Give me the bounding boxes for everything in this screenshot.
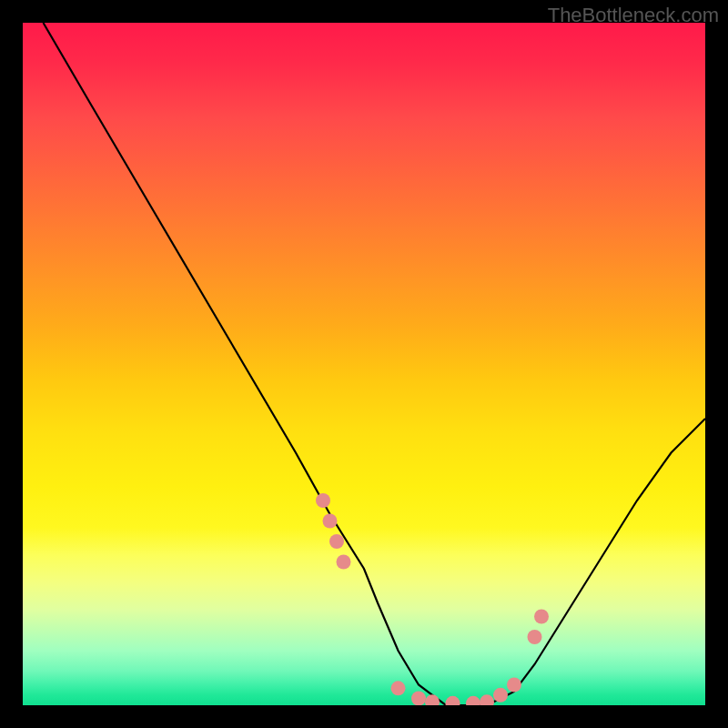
data-dot bbox=[329, 534, 344, 549]
data-dot bbox=[480, 694, 494, 705]
data-dot bbox=[316, 493, 330, 508]
curve-line bbox=[44, 23, 706, 705]
watermark-text: TheBottleneck.com bbox=[548, 4, 719, 27]
chart-plot-area bbox=[23, 23, 705, 705]
data-dots bbox=[316, 493, 549, 705]
data-dot bbox=[425, 694, 440, 705]
data-dot bbox=[493, 688, 508, 703]
data-dot bbox=[337, 555, 351, 570]
data-dot bbox=[534, 610, 549, 624]
data-dot bbox=[411, 692, 426, 706]
chart-svg bbox=[23, 23, 705, 705]
data-dot bbox=[528, 630, 542, 644]
data-dot bbox=[323, 514, 338, 529]
data-dot bbox=[466, 696, 480, 705]
data-dot bbox=[507, 678, 521, 693]
data-dot bbox=[391, 681, 406, 695]
data-dot bbox=[446, 696, 460, 705]
